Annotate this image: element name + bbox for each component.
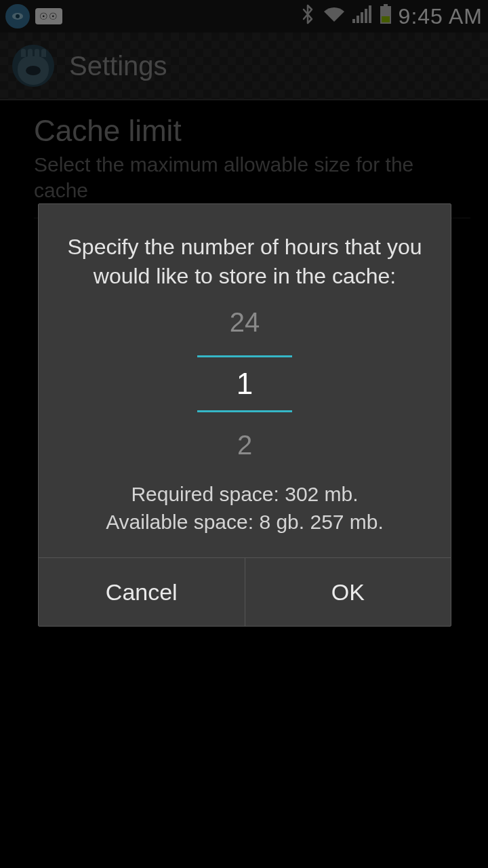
screen: ☉☉ 9:45 AM Settings Cache limit (0, 0, 488, 868)
dialog-button-bar: Cancel OK (39, 557, 451, 626)
dialog-body: Specify the number of hours that you wou… (39, 204, 451, 557)
cache-hours-dialog: Specify the number of hours that you wou… (38, 203, 451, 627)
dialog-message: Specify the number of hours that you wou… (62, 233, 428, 291)
ok-button[interactable]: OK (245, 558, 451, 626)
picker-value-prev[interactable]: 24 (230, 307, 260, 338)
required-space-label: Required space: 302 mb. (62, 481, 428, 509)
picker-value-current[interactable]: 1 (197, 355, 292, 412)
cancel-button[interactable]: Cancel (39, 558, 245, 626)
number-picker[interactable]: 24 1 2 (62, 307, 428, 460)
picker-value-next[interactable]: 2 (237, 430, 252, 460)
available-space-label: Available space: 8 gb. 257 mb. (62, 509, 428, 536)
dialog-space-info: Required space: 302 mb. Available space:… (62, 481, 428, 536)
